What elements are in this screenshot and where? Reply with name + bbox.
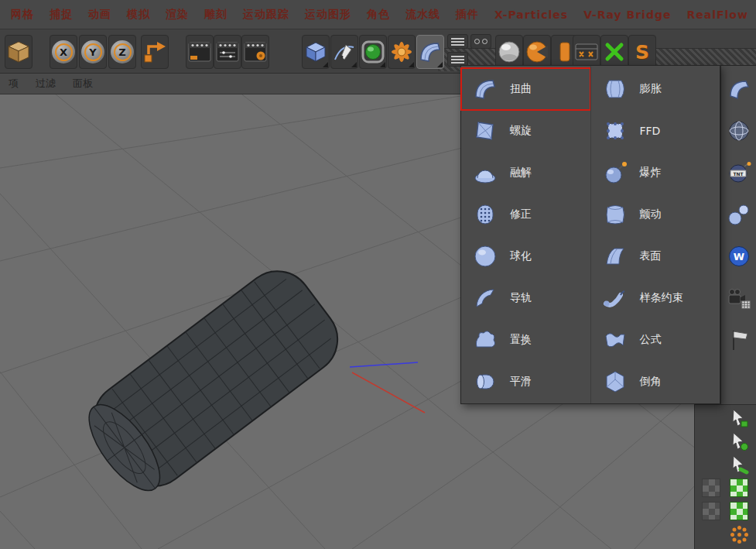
- camera-deformer-icon: [727, 77, 751, 101]
- displacer-icon: [471, 326, 499, 354]
- menu-render[interactable]: 渲染: [158, 8, 197, 22]
- floor-sphere-icon: [496, 39, 522, 65]
- deformer-item-bevel[interactable]: 倒角: [591, 361, 720, 403]
- lock-x-button[interactable]: X: [50, 35, 77, 69]
- stage-button[interactable]: [573, 35, 600, 69]
- deformer-item-label: 膨胀: [640, 82, 662, 96]
- deformer-item-melt[interactable]: 融解: [461, 152, 590, 194]
- menu-snap[interactable]: 捕捉: [42, 8, 80, 22]
- delete-x-button[interactable]: [600, 35, 628, 69]
- sky-button[interactable]: [523, 35, 551, 69]
- viewport-menu-options[interactable]: 项: [2, 77, 26, 91]
- viewport-menu-panel[interactable]: 面板: [66, 77, 100, 91]
- menu-animate[interactable]: 动画: [80, 8, 119, 22]
- lock-y-label: Y: [84, 43, 102, 61]
- deformer-item-twist[interactable]: 螺旋: [461, 110, 590, 152]
- menu-character[interactable]: 角色: [359, 8, 398, 22]
- explosion-icon: [601, 159, 629, 187]
- render-queue-button[interactable]: [241, 35, 269, 69]
- surface-icon: [601, 242, 629, 270]
- deformer-item-label: 颤动: [640, 208, 662, 221]
- model-cube-icon: [5, 39, 32, 65]
- flyout-corner-triangle: [437, 62, 443, 67]
- deformer-item-label: 表面: [640, 249, 662, 263]
- menu-mesh[interactable]: 网格: [3, 8, 42, 22]
- primitive-cube-button[interactable]: [302, 35, 330, 69]
- wrap-item[interactable]: W: [721, 235, 756, 277]
- faint-grid-icon: [702, 502, 720, 520]
- deformer-item-label: 平滑: [510, 375, 532, 389]
- menu-vray-bridge[interactable]: V-Ray Bridge: [576, 9, 679, 21]
- deformer-column-2: 膨胀 FFD: [590, 66, 720, 403]
- menu-simulate[interactable]: 模拟: [119, 8, 158, 22]
- menu-mograph[interactable]: 运动图形: [297, 8, 359, 22]
- point-cache-icon: [727, 286, 751, 311]
- coordinate-system-icon: [142, 39, 168, 65]
- ffd-icon: [601, 117, 629, 145]
- deformer-button-active[interactable]: [416, 35, 444, 69]
- deformer-item-bend[interactable]: 扭曲: [461, 68, 590, 110]
- deformer-item-rail[interactable]: 导轨: [461, 277, 590, 319]
- deformer-item-formula[interactable]: 公式: [591, 319, 720, 361]
- select-tool-green-1[interactable]: [727, 407, 751, 429]
- green-grid-tool-1[interactable]: [727, 477, 751, 499]
- material-s-button[interactable]: S: [628, 35, 656, 69]
- deformer-item-jiggle[interactable]: 颤动: [591, 194, 720, 235]
- subdivision-surface-button[interactable]: [359, 35, 387, 69]
- render-view-button[interactable]: [186, 35, 214, 69]
- deformer-item-label: 爆炸: [640, 166, 662, 180]
- menu-sculpt[interactable]: 雕刻: [197, 8, 235, 22]
- deformer-item-spline-wrap[interactable]: 样条约束: [591, 277, 720, 319]
- faint-grid-2[interactable]: [700, 500, 723, 522]
- mode-bars-button[interactable]: [447, 34, 468, 49]
- flyout-corner-triangle: [409, 62, 414, 67]
- menu-pipeline[interactable]: 流水线: [398, 8, 448, 22]
- point-cache-item[interactable]: [721, 277, 756, 319]
- flyout-corner-triangle: [380, 62, 385, 67]
- deformer-item-spherify[interactable]: 球化: [461, 235, 590, 277]
- formula-icon: [601, 326, 629, 354]
- mode-circles-button[interactable]: [470, 34, 491, 49]
- menu-x-particles[interactable]: X-Particles: [487, 9, 576, 21]
- deformer-item-smoothing[interactable]: 平滑: [461, 361, 590, 403]
- select-tool-green-3[interactable]: [727, 454, 751, 475]
- deformer-flyout-extra-column: TNT W: [720, 65, 756, 404]
- explosion-fx-item[interactable]: TNT: [721, 152, 756, 194]
- deformer-item-explosion[interactable]: 爆炸: [591, 152, 720, 194]
- green-x-icon: [601, 39, 628, 65]
- deformer-item-ffd[interactable]: FFD: [591, 110, 720, 152]
- deformer-item-label: 置换: [510, 333, 532, 347]
- menu-realflow[interactable]: RealFlow: [679, 9, 755, 21]
- menu-motion-tracker[interactable]: 运动跟踪: [235, 8, 297, 22]
- orange-array-tool[interactable]: [727, 523, 751, 545]
- squash-stretch-icon: [727, 202, 751, 227]
- viewport-menu-filter[interactable]: 过滤: [29, 77, 63, 91]
- deformer-item-correction[interactable]: 修正: [461, 194, 590, 235]
- mograph-button[interactable]: [388, 35, 416, 69]
- capsule-object[interactable]: [74, 257, 351, 505]
- deformer-item-displacer[interactable]: 置换: [461, 319, 590, 361]
- green-grid-tool-2[interactable]: [727, 500, 751, 522]
- deformer-flyout-menu: 扭曲 螺旋 融解: [460, 65, 720, 404]
- twist-icon: [471, 117, 499, 145]
- render-settings-button[interactable]: [214, 35, 241, 69]
- spline-pen-button[interactable]: [330, 35, 358, 69]
- lock-y-button[interactable]: Y: [79, 35, 107, 69]
- lock-z-button[interactable]: Z: [108, 35, 136, 69]
- shrink-wrap-item[interactable]: [721, 110, 756, 152]
- wind-item[interactable]: [721, 319, 756, 361]
- camera-deformer-item[interactable]: [721, 68, 756, 110]
- rail-icon: [471, 284, 499, 312]
- select-tool-green-2[interactable]: [727, 431, 751, 452]
- deformer-item-label: 螺旋: [510, 124, 532, 138]
- model-cube-button[interactable]: [5, 35, 32, 69]
- lock-y-circle: Y: [81, 40, 104, 63]
- floor-button[interactable]: [495, 35, 523, 69]
- menu-plugins[interactable]: 插件: [448, 8, 487, 22]
- faint-grid-1[interactable]: [700, 477, 723, 499]
- deformer-item-surface[interactable]: 表面: [591, 235, 720, 277]
- coordinate-system-button[interactable]: [141, 35, 169, 69]
- squash-stretch-item[interactable]: [721, 194, 756, 235]
- deformer-item-bulge[interactable]: 膨胀: [591, 68, 720, 110]
- deformer-item-label: 融解: [510, 166, 532, 180]
